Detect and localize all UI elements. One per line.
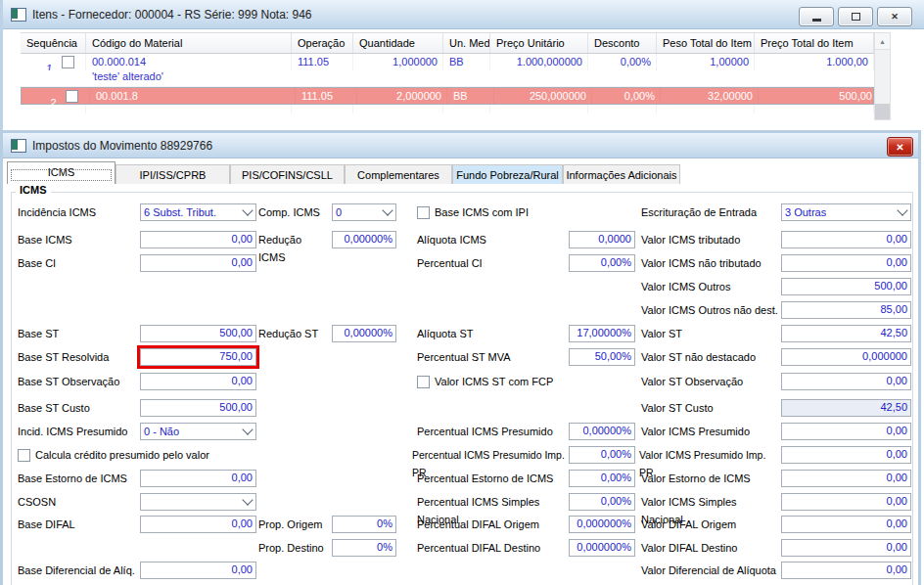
base-st-observacao-field[interactable]: 0,00: [140, 373, 256, 390]
close-button[interactable]: ✕: [877, 7, 912, 26]
valor-st-custo-field: 42,50: [781, 399, 911, 417]
valor-icms-nao-tributado-field[interactable]: 0,00: [781, 254, 911, 272]
prop-origem-label: Prop. Origem: [258, 516, 330, 533]
minimize-button[interactable]: [799, 7, 834, 26]
items-grid: Sequência Código do Material Operação Qu…: [21, 32, 874, 113]
row-select-checkbox[interactable]: [66, 90, 78, 103]
reducao-st-field[interactable]: 0,00000%: [332, 325, 396, 342]
cell-operacao: 111.05: [292, 54, 353, 70]
percentual-ci-field[interactable]: 0,00%: [569, 254, 635, 272]
percentual-difal-destino-label: Percentual DIFAL Destino: [417, 539, 567, 557]
incid-icms-presumido-select[interactable]: 0 - Não: [140, 423, 256, 440]
aliquota-st-label: Alíquota ST: [417, 325, 567, 342]
reducao-icms-field[interactable]: 0,00000%: [332, 231, 396, 248]
base-icms-field[interactable]: 0,00: [140, 231, 256, 248]
valor-icms-tributado-field[interactable]: 0,00: [781, 231, 911, 248]
valor-icms-presumido-imp-pr-field[interactable]: 0,00: [781, 446, 911, 464]
percentual-icms-simples-field[interactable]: 0,00%: [569, 493, 635, 511]
row-select-checkbox[interactable]: [62, 56, 74, 68]
valor-st-nao-destacado-label: Valor ST não destacado: [641, 348, 779, 366]
comp-icms-select[interactable]: 0: [332, 203, 396, 221]
valor-icms-st-com-fcp-checkbox[interactable]: Valor ICMS ST com FCP: [417, 373, 553, 390]
prop-destino-field[interactable]: 0%: [332, 539, 396, 557]
cell-un-med: BB: [443, 54, 490, 70]
valor-difal-destino-field[interactable]: 0,00: [781, 539, 911, 557]
valor-st-observacao-label: Valor ST Observação: [641, 373, 779, 390]
valor-st-nao-destacado-field[interactable]: 0,000000: [781, 348, 911, 366]
column-header-operacao[interactable]: Operação: [292, 33, 353, 53]
scrollbar-up-icon[interactable]: ▲: [875, 33, 890, 50]
percentual-st-mva-field[interactable]: 50,00%: [569, 348, 635, 366]
percentual-icms-presumido-field[interactable]: 0,00000%: [569, 423, 635, 440]
valor-icms-outros-nao-dest-label: Valor ICMS Outros não dest.: [641, 301, 779, 319]
valor-st-observacao-field[interactable]: 0,00: [781, 373, 911, 390]
base-estorno-icms-field[interactable]: 0,00: [140, 470, 256, 487]
column-header-preco-total[interactable]: Preço Total do Item: [755, 33, 874, 53]
tab-icms[interactable]: ICMS: [7, 161, 116, 184]
empty-row: [21, 105, 874, 113]
cell-preco-unitario: 1.000,000000: [490, 54, 588, 70]
percentual-difal-origem-label: Percentual DIFAL Origem: [417, 516, 567, 533]
tab-ipi-iss-cprb[interactable]: IPI/ISS/CPRB: [116, 164, 230, 184]
valor-icms-outros-nao-dest-field[interactable]: 85,00: [781, 301, 911, 319]
valor-icms-outros-label: Valor ICMS Outros: [641, 278, 779, 295]
percentual-icms-presumido-imp-pr-field[interactable]: 0,00%: [569, 446, 635, 464]
base-icms-com-ipi-checkbox[interactable]: Base ICMS com IPI: [417, 203, 529, 221]
aliquota-st-field[interactable]: 17,00000%: [569, 325, 635, 342]
column-header-un-med[interactable]: Un. Med.: [443, 33, 490, 53]
column-header-desconto[interactable]: Desconto: [588, 33, 657, 53]
scrollbar-thumb[interactable]: [875, 104, 890, 119]
column-header-preco-unitario[interactable]: Preço Unitário: [490, 33, 588, 53]
incidencia-icms-label: Incidência ICMS: [18, 203, 137, 221]
row-number: 2: [30, 90, 56, 105]
valor-icms-outros-field[interactable]: 500,00: [781, 278, 911, 295]
maximize-button[interactable]: [838, 7, 873, 26]
tab-pis-cofins-csll[interactable]: PIS/COFINS/CSLL: [230, 164, 345, 184]
column-header-sequencia[interactable]: Sequência: [21, 33, 86, 53]
percentual-difal-destino-field[interactable]: 0,000000%: [569, 539, 635, 557]
base-st-custo-field[interactable]: 500,00: [140, 399, 256, 417]
valor-icms-presumido-field[interactable]: 0,00: [781, 423, 911, 440]
csosn-select[interactable]: [140, 493, 256, 511]
valor-st-field[interactable]: 42,50: [781, 325, 911, 342]
valor-difal-origem-field[interactable]: 0,00: [781, 516, 911, 533]
base-difal-field[interactable]: 0,00: [140, 516, 256, 533]
prop-origem-field[interactable]: 0%: [332, 516, 396, 533]
base-st-resolvida-label: Base ST Resolvida: [18, 348, 137, 366]
escrituracao-entrada-select[interactable]: 3 Outras: [781, 203, 911, 221]
close-button[interactable]: ✕: [887, 137, 913, 157]
table-row[interactable]: 1 00.000.014 111.05 1,000000 BB 1.000,00…: [21, 54, 874, 87]
aliquota-icms-field[interactable]: 0,0000: [569, 231, 635, 248]
base-ci-field[interactable]: 0,00: [140, 254, 256, 272]
calcula-credito-presumido-checkbox[interactable]: Calcula crédito presumido pelo valor: [18, 446, 209, 464]
column-header-quantidade[interactable]: Quantidade: [353, 33, 443, 53]
chevron-down-icon: [382, 204, 393, 215]
column-header-peso-total[interactable]: Peso Total do Item: [657, 33, 755, 53]
valor-icms-simples-field[interactable]: 0,00: [781, 493, 911, 511]
tab-complementares[interactable]: Complementares: [345, 164, 452, 184]
tab-fundo-pobreza-rural[interactable]: Fundo Pobreza/Rural: [452, 164, 563, 184]
tab-informacoes-adicionais[interactable]: Informações Adicionais: [563, 164, 680, 184]
valor-estorno-icms-label: Valor Estorno de ICMS: [641, 470, 779, 487]
items-window: Itens - Fornecedor: 000004 - RS Série: 9…: [0, 0, 924, 130]
chevron-down-icon: [242, 494, 253, 505]
incidencia-icms-select[interactable]: 6 Subst. Tribut.: [140, 203, 256, 221]
items-grid-header: Sequência Código do Material Operação Qu…: [21, 32, 874, 54]
column-header-codigo[interactable]: Código do Material: [86, 33, 292, 53]
cell-peso-total: 32,00000: [661, 88, 759, 105]
grid-vertical-scrollbar[interactable]: ▲: [874, 32, 891, 120]
cell-codigo: 00.001.8: [90, 88, 296, 105]
base-st-resolvida-field-annotated[interactable]: 750,00: [140, 348, 256, 366]
percentual-estorno-icms-field[interactable]: 0,00%: [569, 470, 635, 487]
base-st-observacao-label: Base ST Observação: [18, 373, 137, 390]
percentual-difal-origem-field[interactable]: 0,000000%: [569, 516, 635, 533]
tax-window-title: Impostos do Movimento 88929766: [32, 139, 212, 153]
valor-diferencial-aliquota-field[interactable]: 0,00: [781, 562, 911, 579]
valor-estorno-icms-field[interactable]: 0,00: [781, 470, 911, 487]
percentual-st-mva-label: Percentual ST MVA: [417, 348, 567, 366]
table-row-selected[interactable]: 2 00.001.8 111.05 2,000000 BB 250,000000…: [21, 87, 874, 105]
base-st-field[interactable]: 500,00: [140, 325, 256, 342]
tab-strip: ICMS IPI/ISS/CPRB PIS/COFINS/CSLL Comple…: [7, 162, 680, 184]
csosn-label: CSOSN: [18, 493, 137, 511]
base-diferencial-aliq-field[interactable]: 0,00: [140, 562, 256, 579]
